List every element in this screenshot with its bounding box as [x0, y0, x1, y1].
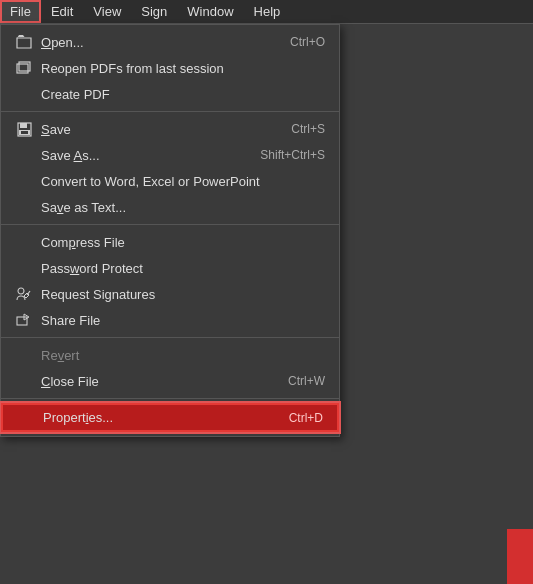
- menu-item-convert[interactable]: Convert to Word, Excel or PowerPoint: [1, 168, 339, 194]
- compress-label: Compress File: [41, 235, 325, 250]
- request-sig-label: Request Signatures: [41, 287, 325, 302]
- menu-bar: File Edit View Sign Window Help: [0, 0, 533, 24]
- menu-sign-label: Sign: [141, 4, 167, 19]
- separator-4: [1, 398, 339, 399]
- menu-item-revert: Revert: [1, 342, 339, 368]
- share-icon: [13, 312, 35, 328]
- reopen-icon: [13, 61, 35, 75]
- save-text-label: Save as Text...: [41, 200, 325, 215]
- password-label: Password Protect: [41, 261, 325, 276]
- convert-label: Convert to Word, Excel or PowerPoint: [41, 174, 325, 189]
- menu-edit[interactable]: Edit: [41, 0, 83, 23]
- svg-rect-3: [20, 123, 27, 128]
- menu-item-password[interactable]: Password Protect: [1, 255, 339, 281]
- svg-point-6: [18, 288, 24, 294]
- close-label: Close File: [41, 374, 258, 389]
- separator-2: [1, 224, 339, 225]
- menu-item-reopen[interactable]: Reopen PDFs from last session: [1, 55, 339, 81]
- menu-help[interactable]: Help: [244, 0, 291, 23]
- signature-icon: [13, 287, 35, 301]
- menu-file-label: File: [10, 4, 31, 19]
- save-as-shortcut: Shift+Ctrl+S: [260, 148, 325, 162]
- save-label: Save: [41, 122, 261, 137]
- arrow-shape: [483, 529, 533, 584]
- share-label: Share File: [41, 313, 325, 328]
- close-shortcut: Ctrl+W: [288, 374, 325, 388]
- open-label: Open...: [41, 35, 260, 50]
- open-shortcut: Ctrl+O: [290, 35, 325, 49]
- menu-item-compress[interactable]: Compress File: [1, 229, 339, 255]
- menu-item-save-as[interactable]: Save As... Shift+Ctrl+S: [1, 142, 339, 168]
- save-icon: [13, 122, 35, 137]
- reopen-label: Reopen PDFs from last session: [41, 61, 325, 76]
- menu-item-create[interactable]: Create PDF: [1, 81, 339, 107]
- separator-3: [1, 337, 339, 338]
- menu-item-request-sig[interactable]: Request Signatures: [1, 281, 339, 307]
- properties-label: Properties...: [43, 410, 259, 425]
- arrow-shaft: [507, 529, 533, 584]
- menu-sign[interactable]: Sign: [131, 0, 177, 23]
- svg-rect-8: [17, 317, 27, 325]
- menu-item-open[interactable]: Open... Ctrl+O: [1, 29, 339, 55]
- menu-item-share[interactable]: Share File: [1, 307, 339, 333]
- menu-window-label: Window: [187, 4, 233, 19]
- menu-item-save-text[interactable]: Save as Text...: [1, 194, 339, 220]
- save-shortcut: Ctrl+S: [291, 122, 325, 136]
- menu-file[interactable]: File: [0, 0, 41, 23]
- menu-window[interactable]: Window: [177, 0, 243, 23]
- create-label: Create PDF: [41, 87, 325, 102]
- save-as-label: Save As...: [41, 148, 230, 163]
- menu-item-close[interactable]: Close File Ctrl+W: [1, 368, 339, 394]
- menu-help-label: Help: [254, 4, 281, 19]
- menu-item-save[interactable]: Save Ctrl+S: [1, 116, 339, 142]
- properties-shortcut: Ctrl+D: [289, 411, 323, 425]
- folder-icon: [13, 35, 35, 49]
- menu-edit-label: Edit: [51, 4, 73, 19]
- separator-1: [1, 111, 339, 112]
- menu-item-properties[interactable]: Properties... Ctrl+D: [1, 403, 339, 432]
- svg-rect-5: [21, 131, 28, 134]
- file-menu-dropdown: Open... Ctrl+O Reopen PDFs from last ses…: [0, 24, 340, 437]
- menu-view[interactable]: View: [83, 0, 131, 23]
- menu-view-label: View: [93, 4, 121, 19]
- revert-label: Revert: [41, 348, 325, 363]
